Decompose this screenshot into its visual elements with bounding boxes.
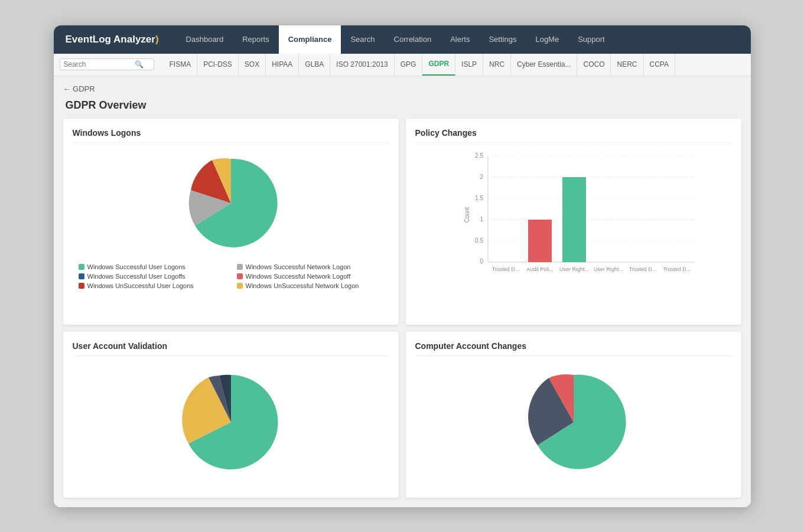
policy-changes-title: Policy Changes xyxy=(415,128,732,143)
nav-search[interactable]: Search xyxy=(341,25,384,54)
user-account-title: User Account Validation xyxy=(73,341,389,356)
svg-text:Trusted D...: Trusted D... xyxy=(629,266,656,272)
sub-nav-gdpr[interactable]: GDPR xyxy=(422,54,455,76)
sub-nav-coco[interactable]: COCO xyxy=(577,54,611,76)
legend-item-3: Windows Successful User Logoffs xyxy=(79,273,225,280)
computer-account-chart xyxy=(415,363,732,488)
sub-nav: 🔍 FISMA PCI-DSS SOX HIPAA GLBA ISO 27001… xyxy=(54,54,751,76)
computer-account-title: Computer Account Changes xyxy=(415,341,732,356)
legend-dot-5 xyxy=(79,283,84,289)
legend-label-3: Windows Successful User Logoffs xyxy=(87,273,185,280)
breadcrumb: ← GDPR xyxy=(63,82,741,96)
svg-text:Count: Count xyxy=(464,207,470,223)
nav-dashboard[interactable]: Dashboard xyxy=(177,25,233,54)
legend-label-2: Windows Successful Network Logon xyxy=(246,263,351,270)
legend-label-6: Windows UnSuccessful Network Logon xyxy=(246,282,359,289)
browser-frame: EventLog Analyzer) Dashboard Reports Com… xyxy=(54,25,751,507)
svg-text:Audit Poli...: Audit Poli... xyxy=(526,266,554,272)
legend-dot-2 xyxy=(237,264,243,270)
policy-changes-card: Policy Changes 2.5 2 xyxy=(406,119,741,325)
svg-text:0.5: 0.5 xyxy=(475,237,483,244)
legend-dot-4 xyxy=(237,273,243,279)
windows-logons-title: Windows Logons xyxy=(73,128,389,143)
sub-nav-islp[interactable]: ISLP xyxy=(455,54,483,76)
legend-dot-3 xyxy=(79,273,84,279)
legend-label-5: Windows UnSuccessful User Logons xyxy=(87,282,194,289)
breadcrumb-back[interactable]: ← GDPR xyxy=(63,84,95,93)
nav-compliance[interactable]: Compliance xyxy=(279,25,341,54)
svg-text:2: 2 xyxy=(480,174,483,180)
app-logo: EventLog Analyzer) xyxy=(66,34,159,45)
svg-text:User Right...: User Right... xyxy=(593,266,623,272)
sub-nav-nrc[interactable]: NRC xyxy=(483,54,511,76)
legend-dot-1 xyxy=(79,264,84,270)
nav-reports[interactable]: Reports xyxy=(233,25,279,54)
page-title: GDPR Overview xyxy=(66,99,741,112)
policy-changes-chart: 2.5 2 1.5 1 0.5 0 xyxy=(415,150,732,315)
dashboard-grid: Windows Logons xyxy=(63,119,741,498)
legend-label-4: Windows Successful Network Logoff xyxy=(246,273,351,280)
user-account-pie xyxy=(172,363,290,481)
sub-nav-cyber[interactable]: Cyber Essentia... xyxy=(511,54,577,76)
sub-nav-items: FISMA PCI-DSS SOX HIPAA GLBA ISO 27001:2… xyxy=(164,54,675,76)
sub-nav-gpg[interactable]: GPG xyxy=(395,54,423,76)
windows-logons-chart: Windows Successful User Logons Windows S… xyxy=(73,150,389,289)
sub-nav-hipaa[interactable]: HIPAA xyxy=(266,54,299,76)
user-account-chart xyxy=(73,363,389,488)
computer-account-pie xyxy=(515,363,633,481)
windows-logons-card: Windows Logons xyxy=(63,119,399,325)
svg-text:2.5: 2.5 xyxy=(475,152,483,159)
svg-text:0: 0 xyxy=(480,258,483,265)
legend-dot-6 xyxy=(237,283,243,289)
legend-label-1: Windows Successful User Logons xyxy=(87,263,185,270)
sub-nav-nerc[interactable]: NERC xyxy=(611,54,643,76)
sub-nav-sox[interactable]: SOX xyxy=(239,54,266,76)
svg-text:Trusted D...: Trusted D... xyxy=(491,266,519,272)
logo-symbol: ) xyxy=(155,34,159,45)
nav-logme[interactable]: LogMe xyxy=(526,25,568,54)
legend-item-4: Windows Successful Network Logoff xyxy=(237,273,383,280)
svg-text:User Right...: User Right... xyxy=(559,266,588,272)
sub-nav-pci[interactable]: PCI-DSS xyxy=(197,54,239,76)
computer-account-card: Computer Account Changes xyxy=(406,332,741,498)
legend: Windows Successful User Logons Windows S… xyxy=(73,263,389,289)
search-icon: 🔍 xyxy=(135,60,144,68)
sub-nav-ccpa[interactable]: CCPA xyxy=(644,54,675,76)
svg-text:1.5: 1.5 xyxy=(475,195,483,201)
sub-nav-fisma[interactable]: FISMA xyxy=(164,54,198,76)
nav-alerts[interactable]: Alerts xyxy=(441,25,479,54)
sub-nav-glba[interactable]: GLBA xyxy=(299,54,330,76)
top-nav: EventLog Analyzer) Dashboard Reports Com… xyxy=(54,25,751,54)
svg-rect-16 xyxy=(562,177,586,262)
legend-item-6: Windows UnSuccessful Network Logon xyxy=(237,282,383,289)
legend-item-2: Windows Successful Network Logon xyxy=(237,263,383,270)
svg-rect-15 xyxy=(528,220,552,262)
nav-settings[interactable]: Settings xyxy=(479,25,526,54)
legend-item-1: Windows Successful User Logons xyxy=(79,263,225,270)
sub-nav-iso[interactable]: ISO 27001:2013 xyxy=(330,54,394,76)
svg-text:Trusted D...: Trusted D... xyxy=(663,266,691,272)
svg-text:1: 1 xyxy=(480,216,483,223)
legend-item-5: Windows UnSuccessful User Logons xyxy=(79,282,225,289)
nav-support[interactable]: Support xyxy=(568,25,614,54)
search-box: 🔍 xyxy=(60,58,154,70)
search-input[interactable] xyxy=(64,60,135,68)
policy-changes-svg: 2.5 2 1.5 1 0.5 0 xyxy=(433,150,732,292)
windows-logons-pie xyxy=(172,150,290,256)
user-account-card: User Account Validation xyxy=(63,332,399,498)
nav-correlation[interactable]: Correlation xyxy=(385,25,441,54)
content-area: ← GDPR GDPR Overview Windows Logons xyxy=(54,76,751,507)
nav-items: Dashboard Reports Compliance Search Corr… xyxy=(177,25,614,54)
